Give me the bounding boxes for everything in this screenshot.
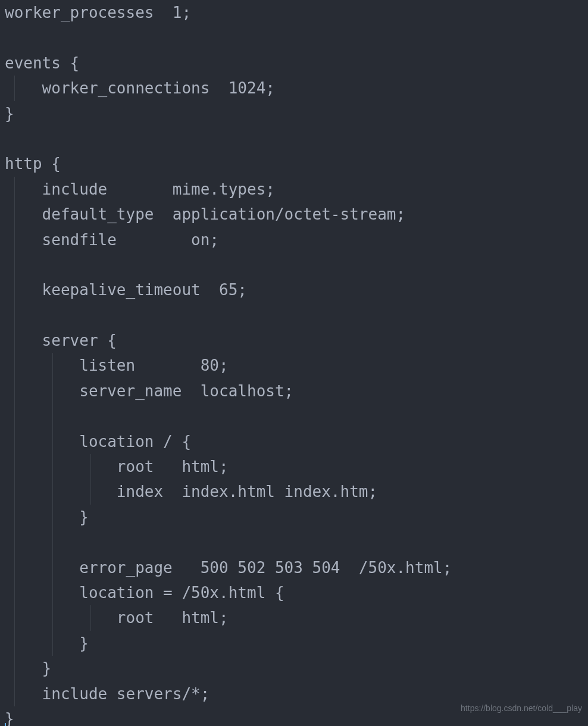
code-line: root html; <box>5 454 588 479</box>
indent-guide <box>14 605 15 630</box>
indent-guide <box>52 530 53 555</box>
indent-guide <box>14 353 15 378</box>
indent-guide <box>52 605 53 630</box>
indent-guide <box>14 328 15 353</box>
indent-guide <box>52 580 53 605</box>
code-line: include servers/*; <box>5 681 588 706</box>
code-line <box>5 252 588 277</box>
indent-guide <box>14 479 15 504</box>
indent-guide <box>90 479 91 504</box>
code-line: worker_connections 1024; <box>5 76 588 101</box>
code-line: http { <box>5 151 588 176</box>
code-line: listen 80; <box>5 353 588 378</box>
code-line <box>5 530 588 555</box>
indent-guide <box>14 76 15 101</box>
indent-guide <box>14 631 15 656</box>
code-line: worker_processes 1; <box>5 0 588 25</box>
indent-guide <box>14 555 15 580</box>
indent-guide <box>52 454 53 479</box>
code-line: } <box>5 656 588 681</box>
text-cursor <box>5 723 6 726</box>
indent-guide <box>52 631 53 656</box>
indent-guide <box>52 479 53 504</box>
indent-guide <box>14 429 15 454</box>
code-line: location = /50x.html { <box>5 580 588 605</box>
indent-guide <box>90 454 91 479</box>
code-line: } <box>5 505 588 530</box>
code-line <box>5 126 588 151</box>
indent-guide <box>52 403 53 428</box>
code-line: location / { <box>5 429 588 454</box>
indent-guide <box>14 252 15 277</box>
code-line: root html; <box>5 605 588 630</box>
indent-guide <box>14 277 15 302</box>
code-line: server_name localhost; <box>5 378 588 403</box>
indent-guide <box>14 202 15 227</box>
code-line: sendfile on; <box>5 227 588 252</box>
indent-guide <box>14 530 15 555</box>
indent-guide <box>14 454 15 479</box>
code-line: index index.html index.htm; <box>5 479 588 504</box>
code-line: events { <box>5 51 588 76</box>
nginx-config-code-block[interactable]: worker_processes 1; events { worker_conn… <box>0 0 588 726</box>
code-line: } <box>5 101 588 126</box>
watermark-text: https://blog.csdn.net/cold___play <box>461 703 582 713</box>
indent-guide <box>52 353 53 378</box>
indent-guide <box>14 403 15 428</box>
code-line <box>5 403 588 428</box>
indent-guide <box>90 605 91 630</box>
indent-guide <box>52 429 53 454</box>
indent-guide <box>14 505 15 530</box>
code-line: } <box>5 631 588 656</box>
indent-guide <box>14 227 15 252</box>
indent-guide <box>52 555 53 580</box>
code-line: default_type application/octet-stream; <box>5 202 588 227</box>
code-line: error_page 500 502 503 504 /50x.html; <box>5 555 588 580</box>
code-line: keepalive_timeout 65; <box>5 277 588 302</box>
code-line: include mime.types; <box>5 177 588 202</box>
indent-guide <box>14 378 15 403</box>
indent-guide <box>52 378 53 403</box>
code-line: server { <box>5 328 588 353</box>
indent-guide <box>14 177 15 202</box>
code-line <box>5 303 588 328</box>
code-line <box>5 25 588 50</box>
indent-guide <box>14 681 15 706</box>
indent-guide <box>14 580 15 605</box>
indent-guide <box>14 303 15 328</box>
indent-guide <box>52 505 53 530</box>
indent-guide <box>14 656 15 681</box>
